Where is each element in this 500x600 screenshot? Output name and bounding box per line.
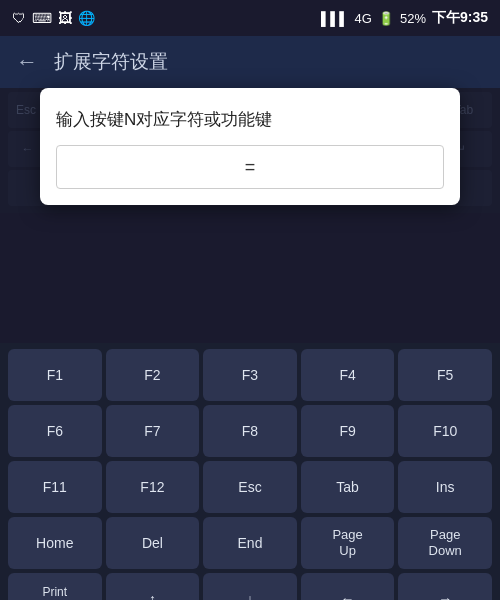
key-ins[interactable]: Ins <box>398 461 492 513</box>
key-pageup[interactable]: PageUp <box>301 517 395 569</box>
key-f3[interactable]: F3 <box>203 349 297 401</box>
key-esc[interactable]: Esc <box>203 461 297 513</box>
dialog-title: 输入按键N对应字符或功能键 <box>56 108 444 131</box>
battery-icon: 🔋 <box>378 11 394 26</box>
character-input[interactable] <box>56 145 444 189</box>
key-del[interactable]: Del <box>106 517 200 569</box>
signal-icon: ▌▌▌ <box>321 11 349 26</box>
status-left-icons: 🛡 ⌨ 🖼 🌐 <box>12 10 95 26</box>
signal-type: 4G <box>355 11 372 26</box>
input-dialog: 输入按键N对应字符或功能键 <box>40 88 460 205</box>
key-f1[interactable]: F1 <box>8 349 102 401</box>
image-icon: 🖼 <box>58 10 72 26</box>
page-title: 扩展字符设置 <box>54 49 168 75</box>
key-f2[interactable]: F2 <box>106 349 200 401</box>
key-f10[interactable]: F10 <box>398 405 492 457</box>
key-end[interactable]: End <box>203 517 297 569</box>
back-button[interactable]: ← <box>16 49 38 75</box>
key-f11[interactable]: F11 <box>8 461 102 513</box>
battery-level: 52% <box>400 11 426 26</box>
key-right[interactable]: → <box>398 573 492 600</box>
key-tab[interactable]: Tab <box>301 461 395 513</box>
key-printscreen[interactable]: PrintScreen <box>8 573 102 600</box>
key-f9[interactable]: F9 <box>301 405 395 457</box>
globe-icon: 🌐 <box>78 10 95 26</box>
key-f12[interactable]: F12 <box>106 461 200 513</box>
status-right-info: ▌▌▌ 4G 🔋 52% 下午9:35 <box>321 9 488 27</box>
key-left[interactable]: ← <box>301 573 395 600</box>
key-f7[interactable]: F7 <box>106 405 200 457</box>
header: ← 扩展字符设置 <box>0 36 500 88</box>
key-home[interactable]: Home <box>8 517 102 569</box>
key-pagedown[interactable]: PageDown <box>398 517 492 569</box>
key-f4[interactable]: F4 <box>301 349 395 401</box>
function-key-grid: F1 F2 F3 F4 F5 F6 F7 F8 F9 F10 F11 F12 E… <box>0 343 500 600</box>
key-f5[interactable]: F5 <box>398 349 492 401</box>
keyboard-icon: ⌨ <box>32 10 52 26</box>
shield-icon: 🛡 <box>12 10 26 26</box>
key-up[interactable]: ↑ <box>106 573 200 600</box>
status-bar: 🛡 ⌨ 🖼 🌐 ▌▌▌ 4G 🔋 52% 下午9:35 <box>0 0 500 36</box>
key-f6[interactable]: F6 <box>8 405 102 457</box>
time-display: 下午9:35 <box>432 9 488 27</box>
key-f8[interactable]: F8 <box>203 405 297 457</box>
key-down[interactable]: ↓ <box>203 573 297 600</box>
dialog-overlay: 输入按键N对应字符或功能键 <box>0 88 500 205</box>
